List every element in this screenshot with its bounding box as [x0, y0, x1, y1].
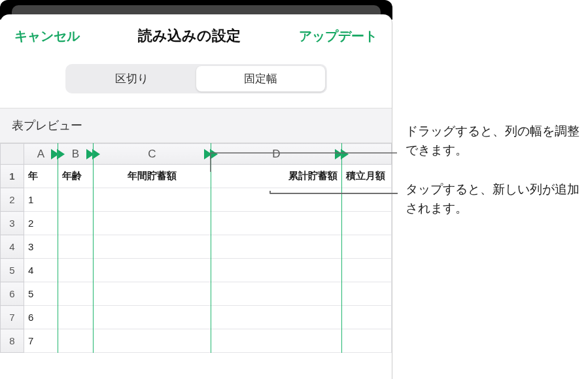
cell[interactable]: 1 — [24, 188, 58, 212]
mode-segmented-control[interactable]: 区切り 固定幅 — [65, 64, 327, 93]
cell[interactable] — [94, 259, 211, 282]
col-letter: C — [148, 148, 156, 160]
cell[interactable]: 3 — [24, 235, 58, 259]
cell[interactable]: 年 — [24, 165, 58, 188]
col-letter: A — [37, 148, 44, 160]
cell[interactable] — [94, 329, 211, 353]
cell[interactable]: 7 — [24, 329, 58, 353]
segment-delimited[interactable]: 区切り — [67, 66, 196, 91]
row-header: 3 — [1, 212, 24, 235]
cancel-button[interactable]: キャンセル — [14, 27, 80, 45]
cell[interactable] — [58, 282, 94, 306]
col-header-b[interactable]: B — [58, 144, 94, 165]
cell[interactable] — [58, 235, 94, 259]
column-width-handle-icon[interactable] — [57, 149, 65, 159]
cell[interactable] — [211, 212, 342, 235]
cell[interactable] — [211, 282, 342, 306]
cell[interactable] — [94, 282, 211, 306]
row-header: 2 — [1, 188, 24, 212]
callout-tap: タップすると、新しい列が追加されます。 — [406, 180, 588, 218]
cell[interactable] — [58, 212, 94, 235]
cell[interactable] — [58, 306, 94, 329]
cell[interactable] — [342, 306, 392, 329]
cell[interactable] — [342, 235, 392, 259]
row-header: 5 — [1, 259, 24, 282]
row-header: 4 — [1, 235, 24, 259]
cell[interactable] — [94, 306, 211, 329]
cell[interactable] — [211, 259, 342, 282]
row-header: 8 — [1, 329, 24, 353]
col-letter: B — [72, 148, 79, 160]
cell[interactable] — [342, 329, 392, 353]
callout-drag: ドラッグすると、列の幅を調整できます。 — [406, 122, 588, 160]
callout-leader-icon — [270, 175, 401, 201]
row-header: 1 — [1, 165, 24, 188]
cell[interactable]: 4 — [24, 259, 58, 282]
cell[interactable] — [58, 188, 94, 212]
cell[interactable] — [342, 259, 392, 282]
cell[interactable] — [211, 235, 342, 259]
row-header: 6 — [1, 282, 24, 306]
update-button[interactable]: アップデート — [299, 27, 377, 45]
nav-bar: キャンセル 読み込みの設定 アップデート — [0, 14, 392, 52]
cell[interactable] — [211, 306, 342, 329]
cell[interactable] — [58, 329, 94, 353]
col-header-a[interactable]: A — [24, 144, 58, 165]
cell[interactable] — [94, 235, 211, 259]
cell[interactable]: 年齢 — [58, 165, 94, 188]
cell[interactable] — [211, 329, 342, 353]
sheet-title: 読み込みの設定 — [138, 26, 241, 46]
cell[interactable] — [94, 188, 211, 212]
column-width-handle-icon[interactable] — [92, 149, 100, 159]
cell[interactable]: 2 — [24, 212, 58, 235]
col-header-c[interactable]: C — [94, 144, 211, 165]
cell[interactable]: 6 — [24, 306, 58, 329]
cell[interactable]: 5 — [24, 282, 58, 306]
cell[interactable] — [342, 282, 392, 306]
cell[interactable]: 年間貯蓄額 — [94, 165, 211, 188]
cell[interactable] — [94, 212, 211, 235]
cell[interactable] — [342, 212, 392, 235]
segment-fixed-width[interactable]: 固定幅 — [196, 66, 325, 91]
row-header: 7 — [1, 306, 24, 329]
cell[interactable] — [58, 259, 94, 282]
preview-section-header: 表プレビュー — [0, 108, 392, 143]
segmented-wrap: 区切り 固定幅 — [0, 52, 392, 108]
grid-corner — [1, 144, 24, 165]
